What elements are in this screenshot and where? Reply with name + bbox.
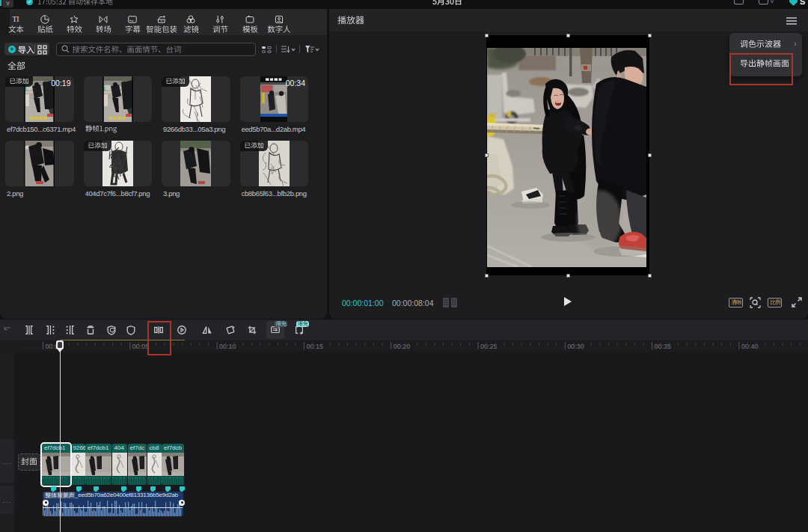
svg-text:00:30: 00:30 xyxy=(567,343,584,350)
svg-text:00:15: 00:15 xyxy=(306,343,323,350)
svg-text:TI: TI xyxy=(12,15,19,23)
svg-text:00:40: 00:40 xyxy=(741,343,759,350)
svg-text:00:25: 00:25 xyxy=(480,343,498,350)
svg-text:00:20: 00:20 xyxy=(394,343,411,350)
svg-text:rw: rw xyxy=(131,19,134,22)
svg-text:00:35: 00:35 xyxy=(655,343,672,350)
svg-text:00:10: 00:10 xyxy=(219,343,236,350)
